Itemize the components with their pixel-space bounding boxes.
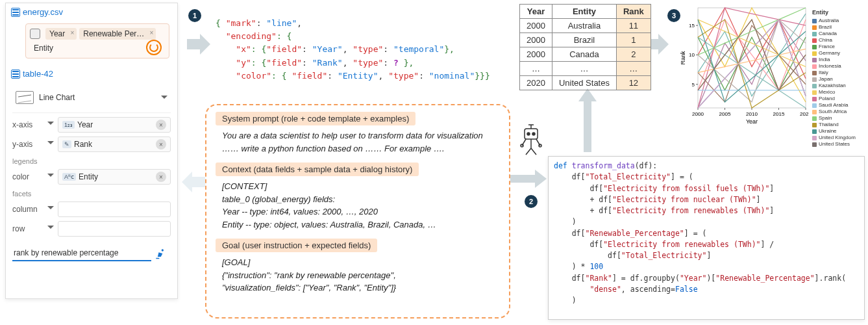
arrow-left-icon <box>180 169 206 195</box>
row-field-input[interactable] <box>58 221 171 237</box>
context-prompt-body: [CONTEXT] table_0 (global_energy) fields… <box>216 179 500 232</box>
svg-text:2000: 2000 <box>692 111 704 117</box>
svg-point-21 <box>532 133 535 135</box>
result-chart: 5101520002005201020152020RankYear Entity… <box>678 3 863 136</box>
row-label: row <box>12 224 45 233</box>
legend-title: Entity <box>812 9 863 16</box>
data-source-table[interactable]: table-42 <box>6 65 177 83</box>
col-entity: Entity <box>552 5 616 19</box>
vega-spec-code: { "mark": "line", "encoding": { "x": {"f… <box>216 4 514 83</box>
chart-type-selector[interactable]: Line Chart <box>12 86 171 109</box>
xaxis-field: Year <box>77 120 93 129</box>
table-icon <box>11 70 20 79</box>
pill-entity[interactable]: Entity <box>30 42 57 54</box>
robot-icon <box>518 122 544 156</box>
chart-legend: Entity AustraliaBrazilCanadaChinaFranceG… <box>812 9 863 148</box>
goal-prompt-title: Goal (user instruction + expected fields… <box>216 239 377 252</box>
chevron-down-icon <box>161 96 167 102</box>
col-year: Year <box>520 5 552 19</box>
svg-text:2005: 2005 <box>719 111 731 117</box>
svg-text:2010: 2010 <box>746 111 758 117</box>
svg-text:10: 10 <box>689 52 695 58</box>
svg-text:2020: 2020 <box>800 111 808 117</box>
close-icon[interactable]: × <box>70 29 74 36</box>
chevron-down-icon[interactable] <box>47 122 54 128</box>
numeric-type-icon: 1₂₃ <box>62 121 75 129</box>
table-icon <box>11 8 20 17</box>
column-field-input[interactable] <box>58 202 171 217</box>
derived-type-icon: ✎ <box>62 140 71 148</box>
file-name: energy.csv <box>23 7 63 17</box>
pill-renewable[interactable]: Renewable Per…× <box>79 28 156 40</box>
color-field-drop[interactable]: Aᴮᴄ Entity × <box>58 169 171 185</box>
chevron-down-icon[interactable] <box>47 174 54 180</box>
yaxis-label: y-axis <box>12 140 45 149</box>
svg-text:Rank: Rank <box>680 51 686 65</box>
data-source-file[interactable]: energy.csv <box>6 3 177 21</box>
prompt-stack: System prompt (role + code template + ex… <box>205 104 510 318</box>
chart-builder-panel: energy.csv Year× Renewable Per…× Entity … <box>5 3 178 299</box>
legends-section-label: legends <box>12 157 171 165</box>
arrow-right-icon <box>510 169 547 188</box>
svg-text:Year: Year <box>746 118 758 125</box>
svg-text:2015: 2015 <box>773 111 785 117</box>
pill-year[interactable]: Year× <box>45 28 77 40</box>
step-badge-2: 2 <box>525 195 538 208</box>
close-icon[interactable]: × <box>149 29 153 36</box>
clear-icon[interactable]: × <box>156 139 166 150</box>
color-label: color <box>12 172 45 181</box>
svg-rect-0 <box>698 8 806 108</box>
instruction-input[interactable] <box>12 246 151 261</box>
table-name: table-42 <box>23 69 53 79</box>
svg-text:5: 5 <box>692 82 695 88</box>
system-prompt-body: You are a data scientist to help user to… <box>216 128 500 156</box>
xaxis-label: x-axis <box>12 120 45 129</box>
svg-rect-19 <box>525 129 538 139</box>
xaxis-field-drop[interactable]: 1₂₃ Year × <box>58 117 171 133</box>
column-label: column <box>12 205 45 214</box>
facets-section-label: facets <box>12 190 171 198</box>
robot-arm-icon[interactable] <box>154 247 167 260</box>
line-chart-icon <box>16 91 34 104</box>
arrow-up-icon <box>578 87 597 152</box>
generated-code: def transform_data(df): df["Total_Electr… <box>548 156 865 320</box>
chevron-down-icon[interactable] <box>47 141 54 148</box>
chevron-down-icon[interactable] <box>47 206 54 213</box>
system-prompt-title: System prompt (role + code template + ex… <box>216 112 415 125</box>
svg-point-20 <box>527 133 530 135</box>
text-type-icon: Aᴮᴄ <box>62 173 76 181</box>
field-pill-box: Year× Renewable Per…× Entity <box>25 23 169 58</box>
chart-type-label: Line Chart <box>39 93 75 102</box>
goal-prompt-body: [GOAL] {"instruction": "rank by renewabl… <box>216 255 500 296</box>
chevron-down-icon[interactable] <box>47 226 54 232</box>
arrow-right-icon <box>186 31 212 57</box>
yaxis-field-drop[interactable]: ✎ Rank × <box>58 136 171 152</box>
yaxis-field: Rank <box>74 140 92 149</box>
svg-text:15: 15 <box>689 23 695 29</box>
clear-icon[interactable]: × <box>156 172 166 182</box>
color-field: Entity <box>79 172 98 181</box>
col-rank: Rank <box>616 5 651 19</box>
output-data-table: Year Entity Rank 2000Australia112000Braz… <box>519 4 651 90</box>
step-badge-1: 1 <box>188 9 201 22</box>
robot-arm-icon <box>30 29 40 39</box>
context-prompt-title: Context (data fields + sample data + dia… <box>216 162 419 176</box>
refresh-button[interactable] <box>146 40 162 55</box>
clear-icon[interactable]: × <box>156 120 166 130</box>
